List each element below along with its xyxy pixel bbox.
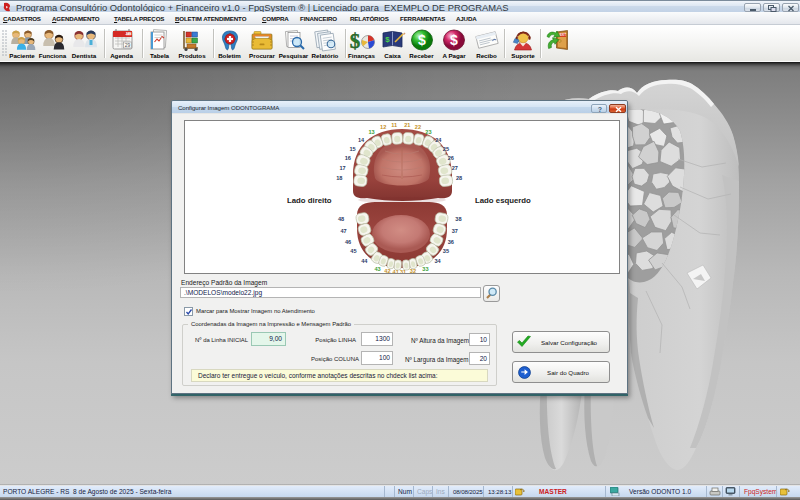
svg-text:36: 36 (448, 239, 454, 245)
svg-text:33: 33 (422, 266, 428, 272)
svg-text:$: $ (385, 35, 390, 44)
svg-text:35: 35 (443, 248, 449, 254)
svg-text:15: 15 (349, 146, 355, 152)
svg-text:28: 28 (456, 175, 462, 181)
svg-text:23: 23 (425, 129, 431, 135)
svg-text:$: $ (450, 32, 458, 48)
svg-text:24: 24 (435, 137, 442, 143)
svg-text:$: $ (349, 29, 360, 52)
svg-text:16: 16 (345, 155, 351, 161)
svg-text:31: 31 (400, 269, 406, 273)
svg-text:45: 45 (350, 248, 356, 254)
svg-text:41: 41 (393, 269, 399, 273)
svg-text:44: 44 (361, 258, 368, 264)
svg-text:48: 48 (338, 216, 344, 222)
svg-text:43: 43 (374, 266, 380, 272)
svg-text:18: 18 (336, 175, 342, 181)
svg-text:22: 22 (415, 124, 421, 130)
svg-text:34: 34 (434, 258, 441, 264)
svg-text:11: 11 (391, 122, 397, 128)
svg-text:17: 17 (339, 165, 345, 171)
svg-text:?: ? (598, 106, 602, 113)
svg-text:26: 26 (448, 155, 454, 161)
svg-text:14: 14 (358, 137, 365, 143)
svg-text:12: 12 (380, 124, 386, 130)
svg-text:32: 32 (410, 268, 416, 273)
svg-text:JAN: JAN (125, 32, 131, 36)
svg-text:21: 21 (404, 122, 410, 128)
svg-text:$: $ (418, 32, 426, 48)
svg-text:42: 42 (384, 268, 390, 273)
svg-text:27: 27 (452, 165, 458, 171)
svg-text:37: 37 (452, 228, 458, 234)
svg-text:38: 38 (455, 216, 461, 222)
svg-text:47: 47 (340, 228, 346, 234)
svg-text:25: 25 (443, 146, 449, 152)
svg-text:46: 46 (345, 239, 351, 245)
svg-text:EXIT: EXIT (560, 33, 567, 37)
svg-text:13: 13 (368, 129, 374, 135)
svg-text:29: 29 (124, 42, 130, 48)
